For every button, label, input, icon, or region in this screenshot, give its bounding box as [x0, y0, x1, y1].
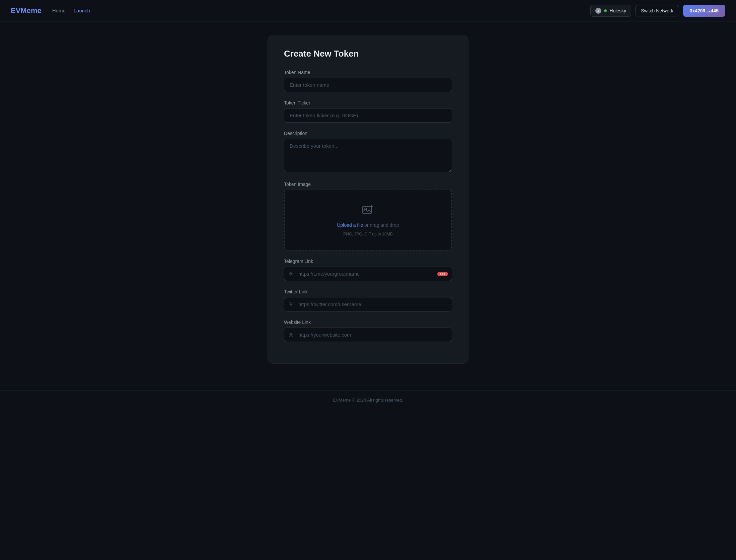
token-ticker-group: Token Ticker: [284, 100, 452, 123]
token-image-group: Token Image Upload a file or drag and dr…: [284, 182, 452, 251]
website-input[interactable]: [284, 328, 452, 342]
token-name-group: Token Name: [284, 70, 452, 92]
twitter-label: Twitter Link: [284, 289, 452, 294]
token-ticker-label: Token Ticker: [284, 100, 452, 106]
upload-subtext: PNG, JPG, GIF up to 10MB: [343, 232, 392, 236]
eth-icon: Ξ: [595, 8, 601, 14]
switch-network-button[interactable]: Switch Network: [635, 5, 679, 16]
description-group: Description: [284, 131, 452, 173]
token-name-input[interactable]: [284, 78, 452, 92]
token-image-label: Token Image: [284, 182, 452, 187]
upload-area[interactable]: Upload a file or drag and drop PNG, JPG,…: [284, 190, 452, 251]
telegram-input-wrapper: ✈: [284, 267, 452, 281]
telegram-link-group: Telegram Link ✈: [284, 259, 452, 281]
twitter-input-wrapper: 𝕏: [284, 297, 452, 311]
navbar: EVMeme Home Launch Ξ Holesky Switch Netw…: [0, 0, 736, 21]
footer-text: EVMeme © 2024 All rights reserved.: [333, 398, 403, 403]
navbar-right: Ξ Holesky Switch Network 0x4209...af45: [590, 5, 725, 17]
navbar-left: EVMeme Home Launch: [11, 6, 90, 15]
website-link-group: Website Link ◎: [284, 320, 452, 342]
description-textarea[interactable]: [284, 139, 452, 172]
svg-rect-0: [363, 206, 371, 214]
main-content: Create New Token Token Name Token Ticker…: [0, 21, 736, 391]
telegram-input[interactable]: [284, 267, 452, 281]
upload-icon: [361, 204, 375, 218]
wallet-address-button[interactable]: 0x4209...af45: [683, 5, 725, 17]
token-name-label: Token Name: [284, 70, 452, 75]
token-ticker-input[interactable]: [284, 108, 452, 123]
network-name: Holesky: [609, 8, 626, 13]
network-status-dot: [604, 9, 607, 12]
description-label: Description: [284, 131, 452, 136]
logo[interactable]: EVMeme: [11, 6, 42, 15]
nav-link-home[interactable]: Home: [52, 8, 66, 13]
telegram-label: Telegram Link: [284, 259, 452, 264]
website-input-wrapper: ◎: [284, 328, 452, 342]
nav-link-launch[interactable]: Launch: [74, 8, 90, 13]
telegram-badge: [437, 272, 448, 276]
website-label: Website Link: [284, 320, 452, 325]
form-title: Create New Token: [284, 49, 452, 59]
twitter-input[interactable]: [284, 297, 452, 311]
upload-text: Upload a file or drag and drop: [337, 222, 399, 228]
nav-links: Home Launch: [52, 8, 90, 13]
upload-link[interactable]: Upload a file: [337, 222, 363, 228]
form-card: Create New Token Token Name Token Ticker…: [268, 35, 468, 364]
footer: EVMeme © 2024 All rights reserved.: [0, 391, 736, 409]
upload-or-drag: or drag and drop: [363, 222, 399, 228]
network-badge: Ξ Holesky: [590, 5, 631, 17]
twitter-link-group: Twitter Link 𝕏: [284, 289, 452, 311]
